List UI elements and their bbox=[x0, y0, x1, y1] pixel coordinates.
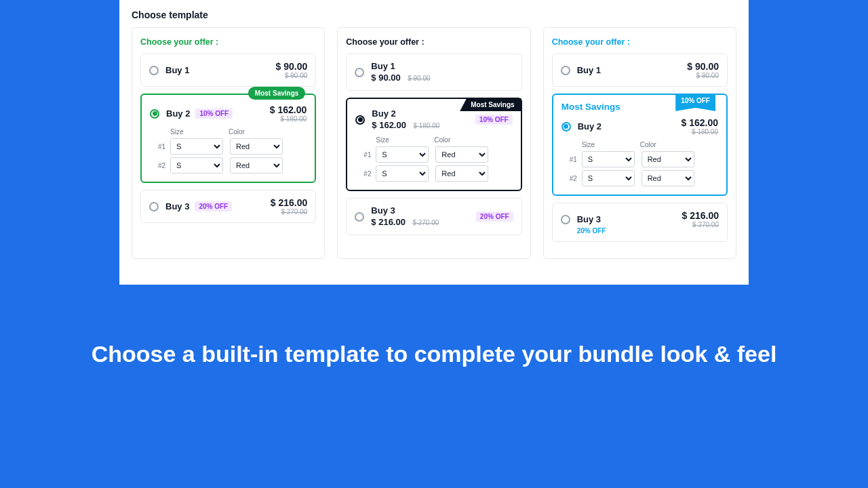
offer-name: Buy 2 bbox=[372, 108, 439, 119]
offer-price: $ 90.00 bbox=[371, 73, 400, 83]
row-index: #2 bbox=[570, 175, 582, 182]
template-card-green[interactable]: Choose your offer : Buy 1 $ 90.00 $ 90.0… bbox=[132, 27, 325, 259]
size-label: Size bbox=[170, 128, 229, 136]
radio-icon[interactable] bbox=[149, 66, 159, 75]
offer-price: $ 90.00 bbox=[276, 61, 308, 72]
size-select[interactable]: S bbox=[170, 138, 223, 155]
offer-name: Buy 1 bbox=[577, 65, 601, 75]
offer-buy2-selected[interactable]: 10% OFF Most Savings Buy 2 $ 162.00 $ 18… bbox=[552, 94, 728, 196]
discount-badge: 20% OFF bbox=[476, 211, 513, 222]
discount-badge: 20% OFF bbox=[195, 201, 232, 211]
offer-name: Buy 2 bbox=[166, 108, 190, 119]
offer-buy1[interactable]: Buy 1 $ 90.00 $ 90.00 bbox=[552, 54, 728, 87]
row-index: #1 bbox=[158, 143, 170, 150]
offer-strike: $ 180.00 bbox=[413, 122, 439, 129]
template-card-black[interactable]: Choose your offer : Buy 1 $ 90.00 $ 90.0… bbox=[337, 27, 530, 259]
board-title: Choose your offer : bbox=[346, 37, 521, 47]
template-card-blue[interactable]: Choose your offer : Buy 1 $ 90.00 $ 90.0… bbox=[543, 27, 736, 259]
offer-strike: $ 90.00 bbox=[687, 72, 719, 79]
color-select[interactable]: Red bbox=[435, 146, 488, 163]
offer-name: Buy 3 bbox=[577, 214, 601, 224]
size-select[interactable]: S bbox=[170, 157, 223, 174]
color-select[interactable]: Red bbox=[230, 138, 283, 155]
offer-name: Buy 2 bbox=[578, 121, 601, 131]
radio-icon[interactable] bbox=[561, 122, 571, 131]
color-select[interactable]: Red bbox=[642, 151, 694, 167]
offer-price: $ 162.00 bbox=[681, 117, 718, 128]
radio-icon[interactable] bbox=[355, 212, 364, 222]
row-index: #2 bbox=[363, 170, 376, 178]
offer-buy3[interactable]: Buy 3 20% OFF $ 216.00 $ 270.00 bbox=[140, 190, 316, 223]
size-select[interactable]: S bbox=[376, 146, 429, 163]
offer-strike: $ 180.00 bbox=[681, 128, 718, 136]
offer-buy2-selected[interactable]: Most Savings Buy 2 10% OFF $ 162.00 $ 18… bbox=[140, 94, 316, 183]
most-savings-badge: Most Savings bbox=[248, 87, 305, 100]
offer-buy3[interactable]: Buy 3 $ 216.00 $ 270.00 20% OFF bbox=[552, 203, 728, 242]
color-select[interactable]: Red bbox=[230, 157, 283, 174]
offer-price: $ 162.00 bbox=[372, 120, 406, 130]
radio-icon[interactable] bbox=[355, 68, 364, 77]
offer-price: $ 216.00 bbox=[371, 217, 406, 227]
offer-buy1[interactable]: Buy 1 $ 90.00 $ 90.00 bbox=[140, 54, 316, 87]
color-select[interactable]: Red bbox=[435, 165, 488, 182]
size-label: Size bbox=[376, 136, 434, 144]
panel-title: Choose template bbox=[119, 0, 749, 27]
color-label: Color bbox=[640, 141, 656, 148]
offer-strike: $ 90.00 bbox=[276, 72, 308, 79]
offer-price: $ 216.00 bbox=[271, 197, 308, 208]
template-boards: Choose your offer : Buy 1 $ 90.00 $ 90.0… bbox=[119, 27, 749, 271]
offer-buy3[interactable]: Buy 3 $ 216.00 $ 270.00 20% OFF bbox=[346, 198, 521, 235]
row-index: #1 bbox=[570, 156, 582, 163]
offer-strike: $ 270.00 bbox=[682, 221, 719, 228]
offer-buy1[interactable]: Buy 1 $ 90.00 $ 90.00 bbox=[346, 54, 521, 91]
offer-strike: $ 90.00 bbox=[408, 75, 430, 82]
size-select[interactable]: S bbox=[582, 151, 635, 167]
most-savings-ribbon: Most Savings bbox=[460, 98, 521, 111]
offer-strike: $ 180.00 bbox=[270, 115, 307, 123]
color-label: Color bbox=[229, 128, 245, 136]
offer-price: $ 216.00 bbox=[682, 210, 719, 221]
offer-name: Buy 3 bbox=[371, 205, 439, 216]
radio-icon[interactable] bbox=[150, 109, 159, 119]
offer-strike: $ 270.00 bbox=[271, 208, 308, 216]
size-select[interactable]: S bbox=[582, 170, 635, 186]
color-label: Color bbox=[434, 136, 450, 144]
offer-name: Buy 1 bbox=[371, 61, 430, 71]
board-title: Choose your offer : bbox=[552, 37, 728, 47]
offer-price: $ 162.00 bbox=[270, 104, 307, 115]
size-select[interactable]: S bbox=[376, 165, 429, 182]
color-select[interactable]: Red bbox=[642, 170, 694, 186]
radio-icon[interactable] bbox=[561, 66, 570, 75]
radio-icon[interactable] bbox=[149, 202, 159, 211]
board-title: Choose your offer : bbox=[140, 37, 316, 47]
size-label: Size bbox=[582, 141, 640, 148]
discount-badge: 10% OFF bbox=[195, 108, 233, 119]
offer-name: Buy 3 bbox=[165, 201, 189, 211]
offer-buy2-selected[interactable]: Most Savings Buy 2 $ 162.00 $ 180.00 10%… bbox=[346, 98, 521, 191]
offer-strike: $ 270.00 bbox=[412, 219, 439, 226]
radio-icon[interactable] bbox=[561, 215, 570, 224]
hero-tagline: Choose a built-in template to complete y… bbox=[0, 339, 868, 369]
discount-badge: 10% OFF bbox=[475, 115, 513, 125]
radio-icon[interactable] bbox=[355, 115, 365, 125]
offer-price: $ 90.00 bbox=[687, 61, 719, 72]
offer-name: Buy 1 bbox=[165, 65, 189, 75]
row-index: #2 bbox=[158, 162, 170, 169]
row-index: #1 bbox=[363, 151, 376, 159]
template-panel: Choose template Choose your offer : Buy … bbox=[119, 0, 749, 285]
